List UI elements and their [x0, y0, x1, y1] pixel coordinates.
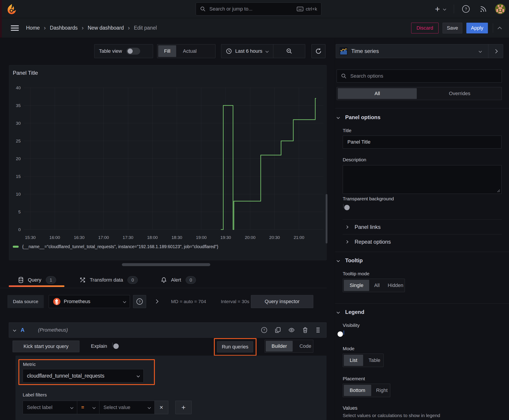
run-queries-button[interactable]: Run queries	[217, 341, 253, 352]
duplicate-query-icon[interactable]	[275, 327, 281, 333]
tab-query-label: Query	[28, 277, 41, 283]
legend-series-label[interactable]: {__name__="cloudflared_tunnel_total_requ…	[22, 244, 218, 249]
global-search[interactable]: ctrl+k	[196, 2, 321, 15]
svg-text:19:00: 19:00	[196, 235, 207, 240]
legend-section-header[interactable]: Legend	[337, 308, 364, 316]
tab-alert-label: Alert	[171, 277, 181, 283]
title-field-input[interactable]	[347, 139, 497, 145]
chart-legend[interactable]: {__name__="cloudflared_tunnel_total_requ…	[13, 243, 218, 250]
breadcrumb-dashboards[interactable]: Dashboards	[50, 25, 78, 31]
legend-placement-right[interactable]: Right	[372, 384, 392, 397]
options-tabs-segmented: All Overrides	[337, 87, 502, 100]
menu-toggle[interactable]	[11, 24, 20, 32]
options-tab-all[interactable]: All	[338, 88, 417, 99]
viz-picker[interactable]: Time series	[336, 44, 503, 58]
horizontal-scrollbar[interactable]	[122, 263, 210, 266]
tab-alert[interactable]: Alert 0	[161, 274, 196, 286]
legend-visibility-toggle[interactable]	[344, 330, 344, 335]
label-filter-operator-select[interactable]: =	[77, 401, 99, 414]
options-search-input[interactable]	[350, 73, 498, 79]
search-icon	[200, 6, 206, 12]
svg-text:18:30: 18:30	[171, 235, 182, 240]
refresh-button[interactable]	[311, 44, 326, 58]
time-range-label[interactable]: Last 6 hours	[235, 48, 262, 54]
kick-start-query-button[interactable]: Kick start your query	[13, 341, 79, 352]
remove-filter-button[interactable]: ×	[155, 401, 168, 414]
query-help-icon[interactable]: ?	[261, 327, 267, 333]
svg-text:40: 40	[16, 85, 21, 90]
legend-placement-bottom[interactable]: Bottom	[344, 385, 371, 396]
options-tab-overrides[interactable]: Overrides	[418, 87, 501, 100]
apply-button[interactable]: Apply	[466, 23, 488, 33]
tooltip-mode-all[interactable]: All	[370, 279, 384, 292]
tab-query[interactable]: Query 1	[18, 274, 56, 286]
description-field-label: Description	[343, 157, 366, 162]
hamburger-icon	[11, 25, 19, 26]
tooltip-mode-single[interactable]: Single	[344, 280, 369, 291]
legend-swatch	[13, 246, 19, 248]
panel-options-header[interactable]: Panel options	[337, 113, 380, 121]
breadcrumb-new-dashboard[interactable]: New dashboard	[88, 25, 124, 31]
description-textarea[interactable]	[347, 168, 497, 191]
hide-query-eye-icon[interactable]	[288, 327, 295, 333]
drag-handle-grip-icon[interactable]	[316, 327, 320, 333]
select-value-placeholder: Select value	[103, 405, 130, 410]
user-avatar[interactable]	[495, 4, 505, 14]
time-divider	[273, 45, 273, 58]
legend-mode-list[interactable]: List	[344, 355, 363, 366]
tooltip-mode-hidden[interactable]: Hidden	[384, 279, 408, 292]
code-option[interactable]: Code	[294, 340, 317, 352]
tooltip-section-header[interactable]: Tooltip	[337, 256, 363, 264]
chevron-down-icon	[337, 310, 340, 314]
datasource-picker[interactable]: Prometheus	[49, 295, 130, 308]
description-field[interactable]	[343, 165, 501, 194]
legend-mode-table[interactable]: Table	[364, 354, 385, 367]
news-rss-button[interactable]	[479, 5, 487, 13]
explain-toggle[interactable]	[112, 343, 113, 347]
global-search-input[interactable]	[209, 6, 295, 12]
time-range-control: Last 6 hours	[221, 44, 305, 58]
expand-row-chevron[interactable]	[154, 299, 158, 303]
collapse-query-chevron[interactable]	[13, 329, 16, 332]
metric-select[interactable]: cloudflared_tunnel_total_requests	[23, 369, 144, 382]
add-new-button[interactable]: +	[435, 5, 446, 13]
label-filter-value-select[interactable]: Select value	[99, 401, 155, 414]
query-row-header[interactable]: A (Prometheus) ?	[9, 322, 327, 338]
bell-icon	[161, 277, 167, 283]
svg-text:25: 25	[16, 139, 21, 143]
panel-links-section[interactable]: Panel links	[346, 223, 381, 232]
chevron-down-icon	[443, 8, 446, 11]
tooltip-mode-label: Tooltip mode	[343, 271, 369, 276]
help-button[interactable]: ?	[462, 5, 470, 13]
options-search[interactable]	[337, 69, 502, 82]
chart-svg[interactable]: 051015202530354015:3016:0016:3017:0017:3…	[9, 65, 326, 242]
discard-button[interactable]: Discard	[411, 23, 439, 33]
chevron-down-icon	[137, 374, 140, 377]
table-view-toggle[interactable]	[126, 48, 140, 54]
tab-transform[interactable]: Transform data 0	[79, 274, 138, 286]
grafana-logo[interactable]	[6, 4, 17, 14]
zoom-out-button[interactable]	[286, 48, 293, 54]
repeat-options-section[interactable]: Repeat options	[346, 237, 391, 246]
transparent-bg-toggle[interactable]	[343, 204, 344, 208]
svg-text:30: 30	[16, 121, 21, 126]
svg-text:?: ?	[139, 300, 140, 304]
breadcrumb-home[interactable]: Home	[26, 25, 40, 31]
fill-option[interactable]: Fill	[158, 45, 176, 57]
builder-option[interactable]: Builder	[266, 341, 293, 352]
search-shortcut: ctrl+k	[306, 6, 317, 12]
breadcrumb-edit-panel: Edit panel	[134, 25, 157, 31]
delete-query-trash-icon[interactable]	[302, 327, 308, 333]
vertical-scrollbar[interactable]	[326, 194, 327, 243]
actual-option[interactable]: Actual	[177, 45, 202, 58]
datasource-help-button[interactable]: ?	[133, 295, 146, 308]
add-filter-button[interactable]: +	[175, 401, 192, 414]
label-filter-label-select[interactable]: Select label	[23, 401, 77, 414]
resize-handle-icon[interactable]	[496, 189, 500, 192]
title-field[interactable]	[343, 135, 501, 149]
save-button[interactable]: Save	[443, 23, 462, 33]
legend-placement-segmented: Bottom Right	[343, 384, 390, 397]
collapse-options-button[interactable]	[494, 49, 498, 53]
svg-text:35: 35	[16, 103, 21, 108]
query-inspector-button[interactable]: Query inspector	[251, 295, 313, 308]
